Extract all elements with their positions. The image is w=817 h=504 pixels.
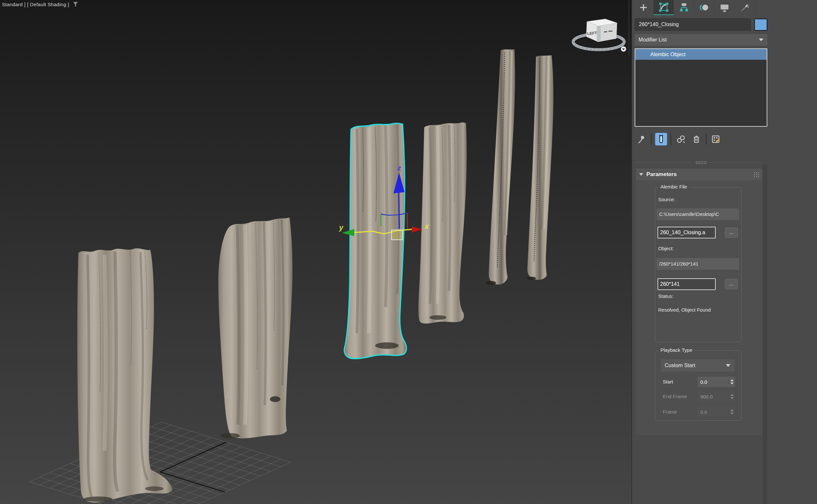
start-label: Start (663, 379, 673, 384)
gizmo-plane-handle[interactable] (391, 230, 402, 240)
tab-create[interactable] (633, 0, 654, 15)
viewcube-edge (597, 26, 601, 41)
alembic-file-name-input[interactable] (658, 227, 716, 238)
viewport-shading-label: Standard ] [ Default Shading ] (2, 2, 69, 7)
start-spinner[interactable]: 0.0 (698, 377, 735, 387)
source-label: Source: (658, 197, 675, 202)
motion-icon (699, 2, 710, 13)
display-monitor-icon (719, 2, 730, 13)
panel-splitter-line (635, 162, 692, 163)
viewcube-face-label: LEFT (587, 31, 597, 36)
gizmo-z-label: z (397, 164, 401, 172)
configure-sets-icon (711, 134, 721, 144)
modifier-stack-toolbar (635, 132, 722, 146)
end-frame-label: End Frame (663, 394, 687, 399)
rollout-title: Parameters (646, 171, 677, 178)
gizmo-y-arrow[interactable] (342, 229, 354, 236)
chevron-down-icon (726, 364, 730, 367)
panel-splitter-line (709, 162, 762, 163)
curtain-object-2[interactable] (218, 218, 292, 438)
group-title: Playback Type (659, 347, 694, 353)
modifier-list-dropdown[interactable]: Modifier List (635, 34, 767, 46)
panel-scroll-gutter[interactable] (763, 165, 767, 504)
tab-motion[interactable] (694, 0, 714, 15)
remove-modifier-button[interactable] (690, 133, 703, 146)
status-label: Status: (658, 293, 674, 299)
gizmo-plane-edge-x[interactable] (407, 213, 407, 229)
viewcube-right-face[interactable] (598, 23, 617, 42)
object-name-field[interactable]: 260*140_Closing (635, 18, 751, 31)
toolbar-separator (651, 134, 652, 145)
panel-splitter-handle[interactable] (695, 161, 707, 164)
object-label: Object: (658, 246, 674, 251)
playback-type-dropdown[interactable]: Custom Start (661, 359, 734, 372)
frame-label: Frame (663, 409, 677, 415)
pin-stack-button[interactable] (635, 133, 648, 146)
3dsmax-window: x y z LEFT Standar (0, 0, 817, 504)
gizmo-z-axis[interactable] (399, 191, 399, 229)
perspective-viewport[interactable]: x y z LEFT Standar (0, 0, 631, 504)
make-unique-button[interactable] (675, 133, 687, 146)
command-panel-tabs (633, 0, 755, 15)
show-end-result-button[interactable] (655, 133, 667, 146)
chevron-down-icon (759, 39, 763, 41)
rollout-grip-icon[interactable] (754, 172, 759, 177)
playback-type-value: Custom Start (665, 363, 695, 368)
curtain-object-6[interactable] (527, 55, 553, 280)
spinner-arrows-icon (728, 394, 735, 399)
gizmo-x-label: x (425, 222, 429, 230)
end-frame-spinner: 900.0 (698, 391, 735, 402)
toolbar-separator (671, 134, 671, 145)
curtain-object-1[interactable] (77, 248, 172, 502)
browse-file-button[interactable]: ... (725, 227, 738, 238)
group-title: Alembic File (659, 184, 689, 189)
modify-icon (659, 2, 669, 12)
toolbar-separator (706, 134, 707, 145)
parameters-rollout-header[interactable]: Parameters (636, 169, 762, 180)
tab-utilities[interactable] (735, 0, 755, 15)
curtain-object-3-selected[interactable] (344, 123, 406, 359)
alembic-object-name-input[interactable] (658, 278, 716, 290)
test-tube-icon (656, 134, 666, 144)
modifier-stack-item-label: Alembic Object (650, 52, 686, 57)
spinner-arrows-icon[interactable] (728, 379, 735, 384)
command-panel: 260*140_Closing Modifier List Alembic Ob… (631, 0, 817, 504)
viewport-filter-icon[interactable] (73, 1, 78, 7)
frame-spinner: 0.0 (698, 407, 735, 417)
gizmo-y-label: y (339, 223, 344, 232)
gizmo-plane-edge-y[interactable] (381, 214, 381, 226)
make-unique-icon (676, 134, 686, 144)
modifier-stack-item-alembic[interactable]: Alembic Object (635, 49, 767, 60)
trash-icon (692, 134, 701, 144)
pushpin-icon (637, 134, 646, 144)
curtain-object-5[interactable] (486, 49, 515, 285)
viewport-label[interactable]: Standard ] [ Default Shading ] (2, 1, 78, 7)
configure-modifier-sets-button[interactable] (710, 133, 722, 146)
modifier-stack[interactable]: Alembic Object (635, 48, 767, 127)
viewcube[interactable]: LEFT (573, 19, 626, 52)
status-value: Resolved, Object Found (658, 307, 711, 313)
create-plus-icon (638, 2, 649, 13)
browse-object-button[interactable]: ... (725, 279, 738, 289)
object-name-text: 260*140_Closing (639, 22, 679, 27)
object-path-field: /260*141/260*141 (657, 258, 739, 270)
object-color-swatch[interactable] (754, 19, 767, 31)
source-path-field: C:\Users\camille\Desktop\C (657, 208, 739, 220)
spinner-arrows-icon (728, 409, 735, 415)
tab-display[interactable] (714, 0, 735, 15)
tab-modify[interactable] (654, 0, 674, 15)
modifier-list-label: Modifier List (639, 37, 667, 43)
gizmo-x-arrow[interactable] (412, 226, 422, 233)
tab-hierarchy[interactable] (674, 0, 694, 15)
rollout-collapse-icon (639, 173, 643, 176)
utilities-wrench-icon (740, 2, 750, 13)
viewport-scene: x y z LEFT (0, 0, 631, 504)
hierarchy-icon (679, 2, 689, 13)
